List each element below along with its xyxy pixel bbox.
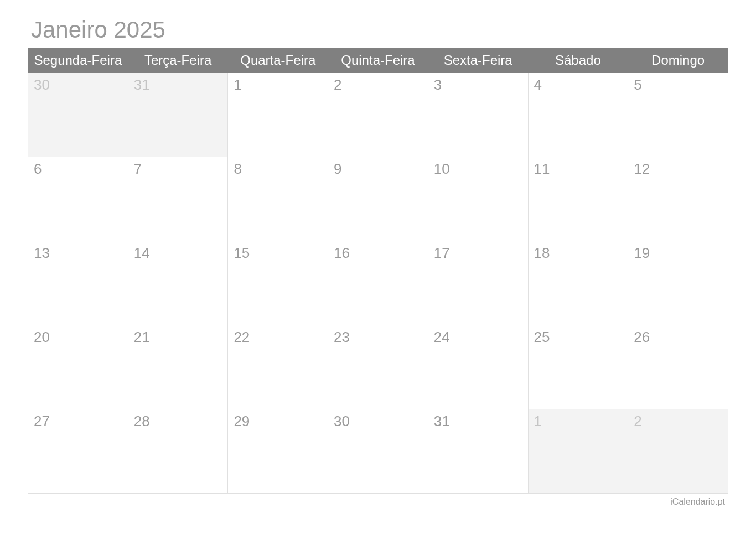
calendar-day-cell: 25 bbox=[528, 325, 628, 409]
calendar-day-cell: 8 bbox=[228, 157, 328, 241]
calendar-day-cell: 21 bbox=[128, 325, 228, 409]
calendar-day-cell: 16 bbox=[328, 241, 428, 325]
calendar-day-cell: 22 bbox=[228, 325, 328, 409]
weekday-header: Sexta-Feira bbox=[428, 48, 528, 73]
calendar-day-cell: 11 bbox=[528, 157, 628, 241]
calendar-week-row: 303112345 bbox=[28, 73, 728, 157]
calendar-day-cell: 10 bbox=[428, 157, 528, 241]
calendar-day-cell: 15 bbox=[228, 241, 328, 325]
calendar-week-row: 20212223242526 bbox=[28, 325, 728, 409]
calendar-day-cell: 23 bbox=[328, 325, 428, 409]
weekday-header: Segunda-Feira bbox=[28, 48, 128, 73]
calendar-day-cell: 5 bbox=[628, 73, 728, 157]
calendar-day-cell: 7 bbox=[128, 157, 228, 241]
calendar-week-row: 272829303112 bbox=[28, 409, 728, 494]
calendar-day-cell: 13 bbox=[28, 241, 128, 325]
calendar-table: Segunda-Feira Terça-Feira Quarta-Feira Q… bbox=[28, 48, 728, 494]
calendar-day-cell: 31 bbox=[428, 409, 528, 494]
footer-credit: iCalendario.pt bbox=[28, 497, 728, 507]
calendar-title: Janeiro 2025 bbox=[28, 17, 728, 43]
calendar-day-cell: 9 bbox=[328, 157, 428, 241]
calendar-day-cell: 2 bbox=[628, 409, 728, 494]
calendar-body: 3031123456789101112131415161718192021222… bbox=[28, 73, 728, 494]
calendar-day-cell: 28 bbox=[128, 409, 228, 494]
calendar-day-cell: 30 bbox=[328, 409, 428, 494]
calendar-day-cell: 27 bbox=[28, 409, 128, 494]
calendar-day-cell: 6 bbox=[28, 157, 128, 241]
calendar-day-cell: 2 bbox=[328, 73, 428, 157]
calendar-day-cell: 4 bbox=[528, 73, 628, 157]
weekday-header: Quinta-Feira bbox=[328, 48, 428, 73]
calendar-day-cell: 30 bbox=[28, 73, 128, 157]
calendar-day-cell: 1 bbox=[228, 73, 328, 157]
calendar-day-cell: 17 bbox=[428, 241, 528, 325]
calendar-week-row: 13141516171819 bbox=[28, 241, 728, 325]
weekday-header: Quarta-Feira bbox=[228, 48, 328, 73]
calendar-day-cell: 14 bbox=[128, 241, 228, 325]
weekday-header: Terça-Feira bbox=[128, 48, 228, 73]
weekday-header: Sábado bbox=[528, 48, 628, 73]
calendar-day-cell: 29 bbox=[228, 409, 328, 494]
weekday-header-row: Segunda-Feira Terça-Feira Quarta-Feira Q… bbox=[28, 48, 728, 73]
calendar-day-cell: 31 bbox=[128, 73, 228, 157]
calendar-week-row: 6789101112 bbox=[28, 157, 728, 241]
calendar-day-cell: 26 bbox=[628, 325, 728, 409]
calendar-day-cell: 20 bbox=[28, 325, 128, 409]
weekday-header: Domingo bbox=[628, 48, 728, 73]
calendar-day-cell: 3 bbox=[428, 73, 528, 157]
calendar-day-cell: 1 bbox=[528, 409, 628, 494]
calendar-day-cell: 12 bbox=[628, 157, 728, 241]
calendar-day-cell: 18 bbox=[528, 241, 628, 325]
calendar-day-cell: 24 bbox=[428, 325, 528, 409]
calendar-day-cell: 19 bbox=[628, 241, 728, 325]
